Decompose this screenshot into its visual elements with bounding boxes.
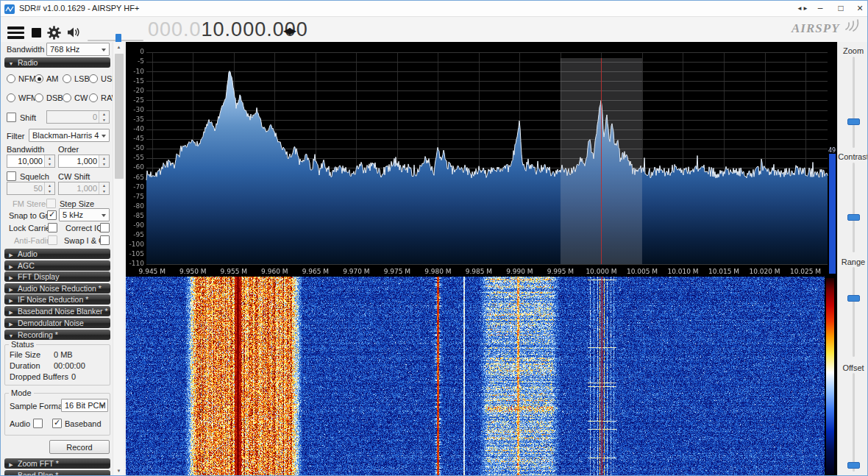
spin-up-icon[interactable]: ▲	[45, 155, 54, 161]
stop-button[interactable]	[32, 28, 41, 38]
panel-header-fft-display[interactable]: ▶FFT Display	[4, 271, 110, 282]
record-audio-checkbox[interactable]	[33, 419, 43, 428]
shift-spinner[interactable]: 0▲▼	[46, 110, 110, 124]
swap-iq-checkbox[interactable]	[100, 235, 110, 245]
zoom-slider-thumb[interactable]	[847, 118, 860, 125]
step-size-select[interactable]: 5 kHz	[59, 208, 110, 221]
mode-radio-wfm[interactable]: WFM	[7, 93, 38, 102]
radio-dot-icon	[7, 93, 15, 102]
panel-header-zoom-fft[interactable]: ▶Zoom FFT *	[4, 458, 110, 469]
app-icon	[4, 4, 15, 17]
range-slider[interactable]	[853, 267, 855, 357]
panel-header-label: Audio Noise Reduction *	[18, 284, 102, 293]
spin-down-icon[interactable]: ▼	[99, 188, 109, 194]
mode-radio-nfm[interactable]: NFM	[7, 74, 36, 83]
spin-up-icon[interactable]: ▲	[99, 155, 109, 161]
squelch-spinner[interactable]: 50▲▼	[7, 182, 55, 195]
swap-io-icon[interactable]: ◄►	[794, 1, 811, 17]
lock-carrier-checkbox[interactable]	[48, 223, 57, 232]
duration-value: 00:00:00	[54, 361, 85, 370]
radio-panel-header[interactable]: ▼Radio	[4, 57, 110, 68]
duration-label: Duration	[10, 361, 40, 370]
record-baseband-label: Baseband	[65, 419, 102, 428]
panel-header-baseband-noise-blanker[interactable]: ▶Baseband Noise Blanker *	[4, 306, 110, 316]
spin-up-icon[interactable]: ▲	[99, 111, 109, 117]
scrollbar-thumb[interactable]	[115, 54, 124, 179]
record-button[interactable]: Record	[49, 440, 110, 454]
waterfall-canvas[interactable]	[126, 277, 825, 476]
panel-header-label: IF Noise Reduction *	[18, 295, 88, 304]
mode-radio-cw[interactable]: CW	[63, 93, 88, 102]
spin-down-icon[interactable]: ▼	[45, 188, 54, 194]
settings-gear-icon[interactable]	[47, 26, 61, 43]
order-label: Order	[58, 145, 79, 154]
maximize-button[interactable]: □	[830, 1, 851, 17]
collapse-arrow-icon: ▶	[4, 262, 18, 272]
filter-bandwidth-spinner[interactable]: 10,000▲▼	[7, 154, 55, 168]
cw-shift-spinner[interactable]: 1,000▲▼	[58, 182, 110, 195]
correct-iq-checkbox[interactable]	[100, 223, 110, 232]
spin-up-icon[interactable]: ▲	[99, 182, 109, 188]
radio-waves-icon	[843, 18, 861, 35]
sidebar-scrollbar[interactable]: ▲ ▼	[113, 42, 124, 476]
offset-slider-thumb[interactable]	[847, 462, 860, 469]
squelch-label: Squelch	[20, 172, 49, 181]
tune-step-arrows[interactable]: ◀▶	[283, 25, 295, 36]
scroll-down-icon[interactable]: ▼	[113, 466, 124, 476]
order-spinner[interactable]: 1,000▲▼	[58, 154, 110, 168]
mode-radio-am[interactable]: AM	[35, 74, 59, 83]
expand-arrow-icon: ▼	[4, 59, 18, 69]
spin-up-icon[interactable]: ▲	[45, 182, 54, 188]
zoom-slider[interactable]	[853, 57, 855, 148]
spectrum-canvas[interactable]	[126, 42, 837, 277]
contrast-slider-thumb[interactable]	[847, 214, 860, 221]
fm-stereo-checkbox	[46, 199, 56, 208]
range-slider-thumb[interactable]	[847, 295, 860, 302]
contrast-slider-label: Contrast	[838, 152, 868, 161]
panel-header-audio[interactable]: ▶Audio	[4, 249, 110, 259]
collapse-arrow-icon: ▶	[4, 273, 18, 283]
sample-format-label: Sample Format	[10, 402, 65, 411]
minimize-button[interactable]: –	[810, 1, 830, 17]
app-window: SDR# v1.0.0.1629 - AIRSPY HF+ ◄► – □ × 0…	[0, 0, 868, 476]
spin-down-icon[interactable]: ▼	[45, 161, 54, 167]
panel-header-if-noise-reduction[interactable]: ▶IF Noise Reduction *	[4, 294, 110, 305]
panel-header-agc[interactable]: ▶AGC	[4, 260, 110, 271]
panel-header-label: Baseband Noise Blanker *	[18, 307, 108, 316]
filter-select[interactable]: Blackman-Harris 4	[29, 129, 110, 142]
bandwidth-select[interactable]: 768 kHz	[46, 43, 110, 56]
panel-header-audio-noise-reduction[interactable]: ▶Audio Noise Reduction *	[4, 283, 110, 294]
collapsed-panels-bottom: ▶Zoom FFT *▶Band Plan *▶Frequency Manage…	[1, 458, 126, 476]
file-size-label: File Size	[10, 350, 40, 359]
offset-slider[interactable]	[853, 373, 855, 472]
toolbar: 000.010.000.000 ◀▶ AIRSPY	[1, 17, 867, 42]
spin-down-icon[interactable]: ▼	[99, 161, 109, 167]
record-baseband-checkbox[interactable]	[52, 419, 62, 428]
menu-button[interactable]	[7, 26, 24, 41]
display-area	[126, 42, 837, 476]
collapse-arrow-icon: ▶	[4, 319, 18, 330]
panel-header-demodulator-noise-blanker[interactable]: ▶Demodulator Noise Blanker *	[4, 318, 110, 328]
sample-format-select[interactable]: 16 Bit PCM	[61, 399, 108, 412]
bandwidth-label: Bandwidth	[7, 45, 44, 54]
mode-radio-dsb[interactable]: DSB	[35, 93, 63, 102]
speaker-icon[interactable]	[67, 26, 81, 41]
collapse-arrow-icon: ▶	[4, 308, 18, 318]
snap-to-grid-checkbox[interactable]	[47, 210, 57, 220]
squelch-checkbox[interactable]	[7, 171, 16, 181]
offset-slider-label: Offset	[838, 363, 868, 372]
collapse-arrow-icon: ▶	[4, 460, 18, 470]
scroll-up-icon[interactable]: ▲	[113, 42, 124, 53]
radio-dot-icon	[89, 93, 98, 102]
close-button[interactable]: ×	[851, 1, 868, 17]
recording-panel-header[interactable]: ▼Recording *	[4, 330, 110, 340]
mode-radio-lsb[interactable]: LSB	[63, 74, 90, 83]
radio-dot-icon	[7, 74, 15, 83]
panel-header-band-plan[interactable]: ▶Band Plan *	[4, 470, 110, 476]
sidebar: Bandwidth 768 kHz ▼Radio NFMAMLSBUSBWFMD…	[1, 42, 126, 476]
contrast-slider[interactable]	[853, 163, 855, 252]
mode-radio-label: LSB	[74, 74, 90, 83]
spin-down-icon[interactable]: ▼	[99, 117, 109, 123]
filter-bandwidth-label: Bandwidth	[7, 145, 44, 154]
shift-checkbox[interactable]	[7, 113, 16, 122]
